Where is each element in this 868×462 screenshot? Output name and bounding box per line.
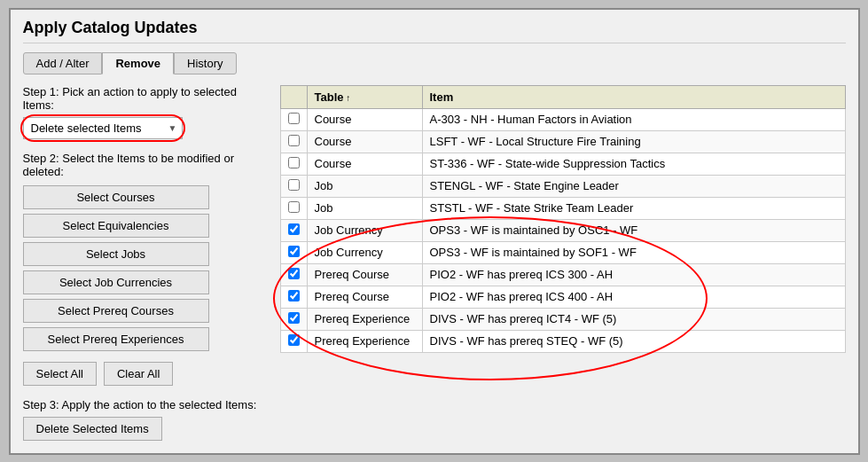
action-dropdown[interactable]: Delete selected Items <box>23 117 183 139</box>
main-content: Step 1: Pick an action to apply to selec… <box>23 85 846 441</box>
table-row: JobSTSTL - WF - State Strike Team Leader <box>280 197 845 219</box>
row-item-value: LSFT - WF - Local Structure Fire Trainin… <box>422 130 845 153</box>
select-buttons-group: Select Courses Select Equivalencies Sele… <box>23 185 262 351</box>
left-panel: Step 1: Pick an action to apply to selec… <box>23 85 262 441</box>
col-item: Item <box>422 85 845 108</box>
row-table-value: Job <box>307 175 422 197</box>
table-row: Prereq ExperienceDIVS - WF has prereq IC… <box>280 308 845 330</box>
step3-label: Step 3: Apply the action to the selected… <box>23 398 262 411</box>
main-window: Apply Catalog Updates Add / Alter Remove… <box>9 8 860 455</box>
right-panel: Table Item CourseA-303 - NH - Human Fact… <box>280 85 846 353</box>
table-row: CourseST-336 - WF - State-wide Suppressi… <box>280 153 845 175</box>
utility-buttons: Select All Clear All <box>23 362 262 386</box>
table-row: Job CurrencyOPS3 - WF is maintained by S… <box>280 241 845 263</box>
row-item-value: A-303 - NH - Human Factors in Aviation <box>422 108 845 130</box>
step2-label: Step 2: Select the Items to be modified … <box>23 152 262 178</box>
page-title: Apply Catalog Updates <box>23 19 846 43</box>
tab-bar: Add / Alter Remove History <box>23 52 846 74</box>
row-item-value: DIVS - WF has prereq ICT4 - WF (5) <box>422 308 845 330</box>
tab-add-alter[interactable]: Add / Alter <box>23 52 103 74</box>
select-all-button[interactable]: Select All <box>23 362 97 386</box>
tab-remove[interactable]: Remove <box>102 52 174 74</box>
row-item-value: STENGL - WF - State Engine Leader <box>422 175 845 197</box>
row-checkbox-cell <box>280 308 307 330</box>
step1-label: Step 1: Pick an action to apply to selec… <box>23 85 262 112</box>
row-item-value: OPS3 - WF is maintained by SOF1 - WF <box>422 241 845 263</box>
row-checkbox[interactable] <box>288 290 300 301</box>
table-row: Prereq ExperienceDIVS - WF has prereq ST… <box>280 330 845 352</box>
row-checkbox-cell <box>280 219 307 241</box>
row-item-value: STSTL - WF - State Strike Team Leader <box>422 197 845 219</box>
row-checkbox[interactable] <box>288 268 300 279</box>
row-checkbox-cell <box>280 130 307 153</box>
row-item-value: ST-336 - WF - State-wide Suppression Tac… <box>422 153 845 175</box>
row-checkbox[interactable] <box>288 312 300 324</box>
table-row: Prereq CoursePIO2 - WF has prereq ICS 30… <box>280 263 845 286</box>
col-table[interactable]: Table <box>307 85 422 108</box>
row-checkbox[interactable] <box>288 223 300 235</box>
row-table-value: Job Currency <box>307 219 422 241</box>
table-row: Job CurrencyOPS3 - WF is maintained by O… <box>280 219 845 241</box>
action-select-wrapper: Delete selected Items ▼ <box>23 117 183 139</box>
select-equivalencies-button[interactable]: Select Equivalencies <box>23 214 209 238</box>
table-row: CourseA-303 - NH - Human Factors in Avia… <box>280 108 845 130</box>
table-row: Prereq CoursePIO2 - WF has prereq ICS 40… <box>280 286 845 308</box>
row-item-value: PIO2 - WF has prereq ICS 300 - AH <box>422 263 845 286</box>
row-table-value: Prereq Experience <box>307 308 422 330</box>
row-table-value: Job <box>307 197 422 219</box>
row-table-value: Prereq Course <box>307 286 422 308</box>
delete-selected-button[interactable]: Delete Selected Items <box>23 417 162 441</box>
row-checkbox[interactable] <box>288 246 300 257</box>
row-checkbox[interactable] <box>288 334 300 346</box>
select-jobs-button[interactable]: Select Jobs <box>23 242 209 266</box>
row-checkbox-cell <box>280 241 307 263</box>
row-checkbox-cell <box>280 175 307 197</box>
items-table: Table Item CourseA-303 - NH - Human Fact… <box>280 85 846 353</box>
row-table-value: Prereq Experience <box>307 330 422 352</box>
select-courses-button[interactable]: Select Courses <box>23 185 209 209</box>
table-row: JobSTENGL - WF - State Engine Leader <box>280 175 845 197</box>
select-prereq-courses-button[interactable]: Select Prereq Courses <box>23 299 209 323</box>
col-checkbox <box>280 85 307 108</box>
tab-history[interactable]: History <box>174 52 236 74</box>
clear-all-button[interactable]: Clear All <box>104 362 173 386</box>
row-checkbox[interactable] <box>288 179 300 191</box>
row-item-value: OPS3 - WF is maintained by OSC1 - WF <box>422 219 845 241</box>
row-checkbox[interactable] <box>288 135 300 146</box>
row-item-value: PIO2 - WF has prereq ICS 400 - AH <box>422 286 845 308</box>
row-checkbox-cell <box>280 286 307 308</box>
row-item-value: DIVS - WF has prereq STEQ - WF (5) <box>422 330 845 352</box>
row-checkbox-cell <box>280 153 307 175</box>
row-table-value: Job Currency <box>307 241 422 263</box>
row-checkbox-cell <box>280 197 307 219</box>
select-job-currencies-button[interactable]: Select Job Currencies <box>23 270 209 294</box>
row-checkbox[interactable] <box>288 157 300 168</box>
row-checkbox[interactable] <box>288 201 300 213</box>
row-checkbox-cell <box>280 108 307 130</box>
row-table-value: Course <box>307 153 422 175</box>
row-checkbox-cell <box>280 263 307 286</box>
row-table-value: Prereq Course <box>307 263 422 286</box>
row-table-value: Course <box>307 130 422 153</box>
table-row: CourseLSFT - WF - Local Structure Fire T… <box>280 130 845 153</box>
row-table-value: Course <box>307 108 422 130</box>
select-prereq-experiences-button[interactable]: Select Prereq Experiences <box>23 327 209 351</box>
row-checkbox-cell <box>280 330 307 352</box>
row-checkbox[interactable] <box>288 113 300 124</box>
right-panel-wrap: Table Item CourseA-303 - NH - Human Fact… <box>280 85 846 441</box>
